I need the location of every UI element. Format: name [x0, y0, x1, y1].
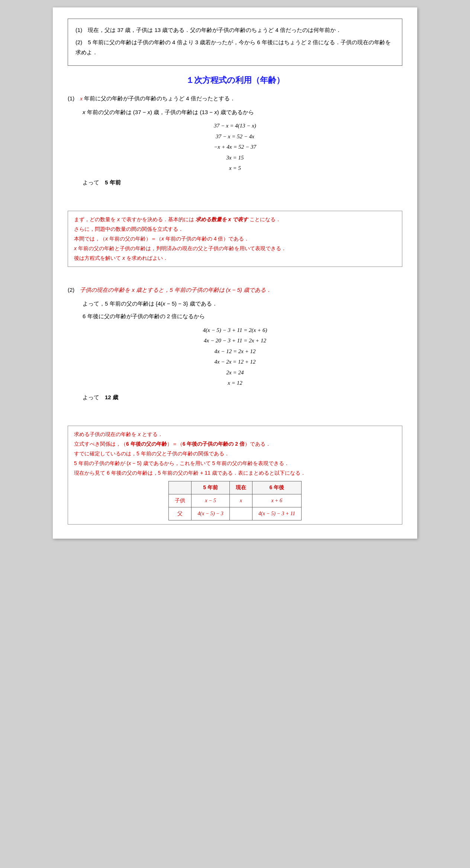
part1-eq2: 37 − x = 52 − 4x	[216, 131, 254, 142]
table-header-now: 現在	[229, 481, 252, 494]
hint2-line1: 求める子供の現在の年齢を x とする．	[74, 430, 396, 439]
table-header-6years-later: 6 年後	[252, 481, 301, 494]
part2-answer-line: よって 12 歳	[83, 392, 402, 403]
problem-1: (1) 現在，父は 37 歳，子供は 13 歳である．父の年齢が子供の年齢のちょ…	[75, 25, 395, 35]
hint2-line4: 5 年前の子供の年齢が (x − 5) 歳であるから，これを用いて 5 年前の父…	[74, 459, 396, 468]
table-cell-child-now: x	[229, 494, 252, 507]
part-2: (2) 子供の現在の年齢を x 歳とすると，5 年前の子供の年齢は (x − 5…	[68, 285, 402, 403]
part1-x: x	[80, 96, 83, 101]
part2-label: (2)	[68, 287, 80, 293]
hint1-line2: さらに，問題中の数量の間の関係を立式する．	[74, 225, 396, 234]
hint1-line5: 後は方程式を解いて x を求めればよい．	[74, 254, 396, 263]
table-row-father: 父 4(x − 5) − 3 4(x − 5) − 3 + 11	[169, 507, 301, 520]
table-cell-father-label: 父	[169, 507, 191, 520]
part-1-intro: (1) x 年前に父の年齢が子供の年齢のちょうど 4 倍だったとする．	[68, 93, 402, 104]
table-cell-father-now	[229, 507, 252, 520]
part1-answer: 5 年前	[105, 179, 121, 185]
part1-answer-line: よって 5 年前	[83, 177, 402, 188]
part1-eq4: 3x = 15	[226, 152, 244, 163]
part1-intro-text: 年前に父の年齢が子供の年齢のちょうど 4 倍だったとする．	[83, 95, 235, 101]
table-cell-child-6: x + 6	[252, 494, 301, 507]
part2-eq1: 4(x − 5) − 3 + 11 = 2(x + 6)	[203, 325, 267, 336]
part2-eq5: 2x = 24	[226, 367, 244, 378]
part1-label: (1)	[68, 95, 80, 101]
part2-eq6: x = 12	[228, 378, 242, 388]
part2-equations: 4(x − 5) − 3 + 11 = 2(x + 6) 4x − 20 − 3…	[68, 325, 402, 388]
table-cell-father-5: 4(x − 5) − 3	[191, 507, 229, 520]
part1-eq5: x = 5	[229, 163, 241, 174]
part2-answer: 12 歳	[105, 394, 118, 400]
page: (1) 現在，父は 37 歳，子供は 13 歳である．父の年齢が子供の年齢のちょ…	[53, 7, 417, 539]
hint2-line5: 現在から見て 6 年後の父の年齢は，5 年前の父の年齢 + 11 歳である．表に…	[74, 468, 396, 478]
part1-eq3: −x + 4x = 52 − 37	[214, 142, 256, 152]
part1-equations: 37 − x = 4(13 − x) 37 − x = 52 − 4x −x +…	[68, 120, 402, 174]
part2-step1: よって，5 年前の父の年齢は {4(x − 5) − 3} 歳である．	[83, 299, 402, 309]
part2-eq2: 4x − 20 − 3 + 11 = 2x + 12	[204, 335, 266, 346]
part2-step2: 6 年後に父の年齢が子供の年齢の 2 倍になるから	[83, 311, 402, 322]
hint-box-2: 求める子供の現在の年齢を x とする． 立式すべき関係は，（6 年後の父の年齢）…	[68, 426, 402, 524]
problem-2: (2) 5 年前に父の年齢は子供の年齢の 4 倍より 3 歳若かったが，今から …	[75, 37, 395, 57]
table-cell-child-5: x − 5	[191, 494, 229, 507]
problem-box: (1) 現在，父は 37 歳，子供は 13 歳である．父の年齢が子供の年齢のちょ…	[68, 19, 402, 66]
solution-section: (1) x 年前に父の年齢が子供の年齢のちょうど 4 倍だったとする． x 年前…	[68, 93, 402, 525]
hint-box-1: まず，どの数量を x で表すかを決める．基本的には 求める数量を x で表す こ…	[68, 211, 402, 267]
section-title: １次方程式の利用（年齢）	[68, 75, 402, 86]
part-2-intro: (2) 子供の現在の年齢を x 歳とすると，5 年前の子供の年齢は (x − 5…	[68, 285, 402, 296]
part1-answer-prefix: よって	[83, 179, 105, 185]
hint2-line2: 立式すべき関係は，（6 年後の父の年齢）＝（6 年後の子供の年齢の 2 倍）であ…	[74, 439, 396, 449]
age-table: 5 年前 現在 6 年後 子供 x − 5 x x + 6 父 4(x − 5)…	[168, 481, 301, 520]
part2-eq4: 4x − 2x = 12 + 12	[214, 356, 255, 367]
table-row-child: 子供 x − 5 x x + 6	[169, 494, 301, 507]
hint2-line3: すでに確定しているのは，5 年前の父と子供の年齢の関係である．	[74, 449, 396, 459]
hint1-line3: 本間では，（x 年前の父の年齢）＝（x 年前の子供の年齢の 4 倍）である．	[74, 234, 396, 244]
part2-answer-prefix: よって	[83, 394, 105, 400]
table-cell-child-label: 子供	[169, 494, 191, 507]
part1-step1-text: x 年前の父の年齢は (37 − x) 歳，子供の年齢は (13 − x) 歳で…	[83, 109, 254, 115]
table-header-empty	[169, 481, 191, 494]
table-cell-father-6: 4(x − 5) − 3 + 11	[252, 507, 301, 520]
part1-step1: x 年前の父の年齢は (37 − x) 歳，子供の年齢は (13 − x) 歳で…	[83, 107, 402, 118]
hint1-line4: x 年前の父の年齢と子供の年齢は，判明済みの現在の父と子供の年齢を用いて表現でき…	[74, 244, 396, 254]
table-header-5years-ago: 5 年前	[191, 481, 229, 494]
part2-intro-text: 子供の現在の年齢を x 歳とすると，5 年前の子供の年齢は (x − 5) 歳で…	[80, 287, 271, 293]
part2-eq3: 4x − 12 = 2x + 12	[214, 346, 255, 357]
hint1-line1: まず，どの数量を x で表すかを決める．基本的には 求める数量を x で表す こ…	[74, 215, 396, 225]
part1-eq1: 37 − x = 4(13 − x)	[214, 120, 256, 131]
part-1: (1) x 年前に父の年齢が子供の年齢のちょうど 4 倍だったとする． x 年前…	[68, 93, 402, 188]
